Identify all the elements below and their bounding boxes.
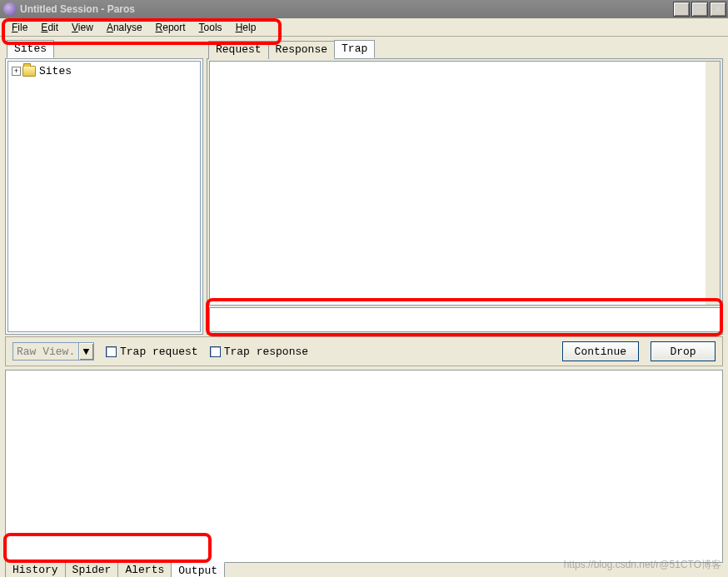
checkbox-icon <box>210 346 221 357</box>
menu-analyse[interactable]: Analyse <box>100 20 149 35</box>
bottom-output-panel[interactable] <box>5 370 723 563</box>
minimize-button[interactable]: _ <box>673 2 690 17</box>
raw-view-combo[interactable]: ▼ <box>12 342 94 361</box>
right-tab-strip: Request Response Trap <box>207 40 723 58</box>
watermark-text: https://blog.csdn.net/r@51CTO博客 <box>564 558 721 572</box>
tab-alerts[interactable]: Alerts <box>117 562 172 577</box>
tab-request[interactable]: Request <box>208 41 269 59</box>
sites-panel: Sites + Sites <box>5 40 203 335</box>
menu-help[interactable]: Help <box>229 20 263 35</box>
menu-view[interactable]: View <box>65 20 100 35</box>
tree-root-label: Sites <box>39 65 72 77</box>
menu-help-accel: H <box>236 22 243 33</box>
drop-button[interactable]: Drop <box>651 341 716 361</box>
window-title: Untitled Session - Paros <box>20 3 673 15</box>
sites-panel-box: + Sites <box>5 58 203 335</box>
trap-request-checkbox[interactable]: Trap request <box>106 346 198 358</box>
tab-response[interactable]: Response <box>268 41 335 59</box>
tab-output[interactable]: Output <box>171 562 225 577</box>
title-bar: Untitled Session - Paros _ □ × <box>0 0 728 18</box>
menu-file[interactable]: File <box>5 20 34 35</box>
trap-upper-textarea[interactable] <box>209 61 721 306</box>
continue-button[interactable]: Continue <box>562 341 639 361</box>
close-button[interactable]: × <box>710 2 726 17</box>
menu-edit[interactable]: Edit <box>34 20 65 35</box>
menu-view-accel: V <box>72 22 78 33</box>
checkbox-icon <box>106 346 117 357</box>
right-panel: Request Response Trap <box>207 40 723 335</box>
sites-tree[interactable]: + Sites <box>7 61 201 332</box>
tab-trap[interactable]: Trap <box>334 40 375 58</box>
middle-row: Sites + Sites Request Response Trap <box>0 37 728 335</box>
raw-view-combo-text <box>13 344 78 360</box>
folder-icon <box>22 66 36 77</box>
dropdown-arrow-icon[interactable]: ▼ <box>78 343 93 360</box>
expand-icon[interactable]: + <box>12 67 21 76</box>
maximize-button[interactable]: □ <box>691 2 708 17</box>
trap-request-label: Trap request <box>120 346 198 358</box>
trap-response-checkbox[interactable]: Trap response <box>210 346 308 358</box>
menu-analyse-accel: A <box>107 22 113 33</box>
trap-control-bar: ▼ Trap request Trap response Continue Dr… <box>5 336 723 366</box>
menu-report-accel: R <box>156 22 163 33</box>
tab-spider[interactable]: Spider <box>65 562 119 577</box>
menu-bar: File Edit View Analyse Report Tools Help <box>0 18 728 37</box>
menu-file-accel: F <box>12 22 17 33</box>
tab-history[interactable]: History <box>5 562 66 577</box>
sites-tab-strip: Sites <box>5 40 203 58</box>
menu-report[interactable]: Report <box>149 20 192 35</box>
menu-tools[interactable]: Tools <box>192 20 229 35</box>
trap-lower-textarea[interactable] <box>209 307 721 332</box>
menu-edit-accel: E <box>41 22 47 33</box>
trap-response-label: Trap response <box>224 346 308 358</box>
tab-sites[interactable]: Sites <box>7 40 54 58</box>
window-buttons: _ □ × <box>673 2 728 17</box>
tree-root-row[interactable]: + Sites <box>12 65 197 77</box>
menu-tools-accel: T <box>199 22 204 33</box>
app-icon <box>3 2 17 16</box>
trap-body <box>207 58 723 335</box>
